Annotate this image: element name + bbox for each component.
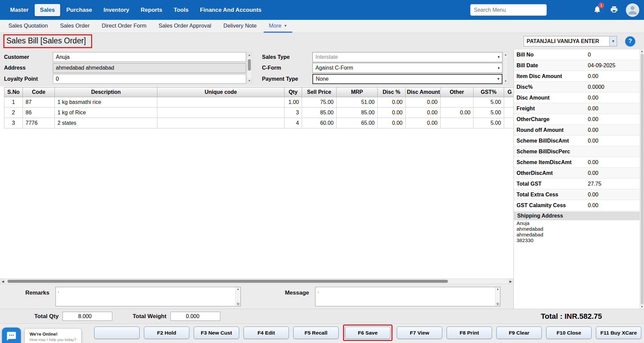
tab-sales-quotation[interactable]: Sales Quotation [3,20,53,33]
button-f8-print[interactable]: F8 Print [447,327,492,339]
column-header-disc[interactable]: Disc % [378,87,406,97]
cell-disc[interactable]: 0.00 [378,97,406,108]
scroll-thumb[interactable] [248,59,251,71]
column-header-code[interactable]: Code [23,87,55,97]
cell-code[interactable]: 87 [23,97,55,108]
chat-button[interactable] [2,328,21,343]
button-f7-view[interactable]: F7 View [397,327,442,339]
summary-scrollbar[interactable]: ▲ ▼ [640,49,644,309]
column-header-other[interactable]: Other [441,87,473,97]
horizontal-scroll-thumb[interactable] [7,280,448,283]
button-f6-save[interactable]: F6 Save [345,327,390,339]
cell-disc-amount[interactable]: 0.00 [406,118,441,128]
scroll-up-arrow[interactable]: ▲ [504,53,507,56]
tab-delivery-note[interactable]: Delivery Note [218,20,262,33]
cell-other[interactable] [441,97,473,108]
cell-gst[interactable]: 5.00 [473,97,504,108]
cell-qty[interactable]: 1.00 [285,97,302,108]
column-header-s-no[interactable]: S.No [4,87,23,97]
cell-mrp[interactable]: 51.00 [337,97,378,108]
button-f9-clear[interactable]: F9 Clear [496,327,542,339]
address-input[interactable] [53,63,246,73]
payment-type-select[interactable]: None ▼ [312,74,502,84]
loyalty-point-input[interactable] [53,74,246,84]
scroll-down-arrow[interactable]: ▼ [641,305,643,308]
nav-item-master[interactable]: Master [5,4,34,16]
column-header-gst[interactable]: GST% [473,87,504,97]
cell-mrp[interactable]: 65.00 [337,118,378,128]
order-form-scrollbar[interactable]: ▲ ▼ [503,52,508,84]
nav-item-tools[interactable]: Tools [168,4,194,16]
nav-item-sales[interactable]: Sales [35,4,60,16]
tab-sales-order-approval[interactable]: Sales Order Approval [153,20,216,33]
tab-more[interactable]: More▼ [264,20,292,33]
cell-code[interactable]: 7776 [23,118,55,128]
cell-sell-price[interactable]: 85.00 [302,108,337,118]
cell-g[interactable] [504,108,514,118]
nav-item-purchase[interactable]: Purchase [61,4,98,16]
nav-item-finance-and-accounts[interactable]: Finance And Accounts [195,4,267,16]
button-f10-close[interactable]: F10 Close [546,327,592,339]
column-header-mrp[interactable]: MRP [337,87,378,97]
total-qty-input[interactable] [63,312,112,321]
cell-unique-code[interactable] [157,118,285,128]
column-header-description[interactable]: Description [55,87,157,97]
scroll-up-arrow[interactable]: ▲ [496,288,499,291]
table-row[interactable]: 1871 kg basmathi rice1.0075.0051.000.000… [4,97,514,108]
cell-description[interactable]: 2 states [55,118,157,128]
horizontal-scrollbar[interactable]: ◀ ▶ [0,278,514,284]
cell-unique-code[interactable] [157,108,285,118]
cell-disc-amount[interactable]: 0.00 [406,97,441,108]
help-button[interactable]: ? [625,36,635,46]
cell-qty[interactable]: 4 [285,118,302,128]
table-row[interactable]: 377762 states460.0065.000.000.005.00 [4,118,514,128]
cell-description[interactable]: 1 kg of Rice [55,108,157,118]
c-form-select[interactable]: Against C-Form ▼ [312,63,502,73]
tab-sales-order[interactable]: Sales Order [55,20,94,33]
cell-other[interactable] [441,118,473,128]
nav-item-reports[interactable]: Reports [135,4,167,16]
sales-type-select[interactable]: Interstate ▼ [312,52,502,62]
scroll-up-arrow[interactable]: ▲ [641,50,643,53]
cell-s-no[interactable]: 1 [4,97,23,108]
cell-s-no[interactable]: 2 [4,108,23,118]
resize-handle[interactable] [237,302,240,306]
scroll-up-arrow[interactable]: ▲ [247,52,252,58]
total-weight-input[interactable] [171,312,220,321]
column-header-qty[interactable]: Qty [285,87,302,97]
button-f11-buy-xcare[interactable]: F11 Buy XCare [596,327,641,339]
button-f3-new-cust[interactable]: F3 New Cust [194,327,239,339]
cell-disc[interactable]: 0.00 [378,108,406,118]
print-button[interactable] [609,5,619,15]
column-header-disc-amount[interactable]: Disc Amount [406,87,441,97]
cell-s-no[interactable]: 3 [4,118,23,128]
cell-g[interactable] [504,97,514,108]
column-header-unique-code[interactable]: Unique code [157,87,285,97]
column-header-sell-price[interactable]: Sell Price [302,87,337,97]
remarks-input[interactable]: . [56,287,235,306]
resize-handle[interactable] [496,302,500,306]
scroll-down-arrow[interactable]: ▼ [504,80,507,83]
table-row[interactable]: 2861 kg of Rice385.0085.000.000.000.005.… [4,108,514,118]
cell-disc[interactable]: 0.00 [378,118,406,128]
scroll-thumb[interactable] [641,54,644,304]
company-select[interactable]: PATANJALI VANIJYA ENTER ▼ [524,36,617,46]
button-f4-edit[interactable]: F4 Edit [243,327,289,339]
cell-other[interactable]: 0.00 [441,108,473,118]
cell-sell-price[interactable]: 75.00 [302,97,337,108]
cell-mrp[interactable]: 85.00 [337,108,378,118]
search-input[interactable] [470,4,547,16]
scroll-up-arrow[interactable]: ▲ [237,288,239,291]
cell-sell-price[interactable]: 60.00 [302,118,337,128]
cell-gst[interactable]: 5.00 [473,108,504,118]
column-header-g[interactable]: G [504,87,514,97]
tab-direct-order-form[interactable]: Direct Order Form [97,20,151,33]
message-input[interactable]: . [315,287,495,306]
customer-form-scrollbar[interactable]: ▲ ▼ [247,52,252,84]
nav-item-inventory[interactable]: Inventory [98,4,135,16]
customer-input[interactable] [53,52,246,62]
cell-qty[interactable]: 3 [285,108,302,118]
cell-unique-code[interactable] [157,97,285,108]
cell-gst[interactable]: 5.00 [473,118,504,128]
button-f2-hold[interactable]: F2 Hold [144,327,189,339]
